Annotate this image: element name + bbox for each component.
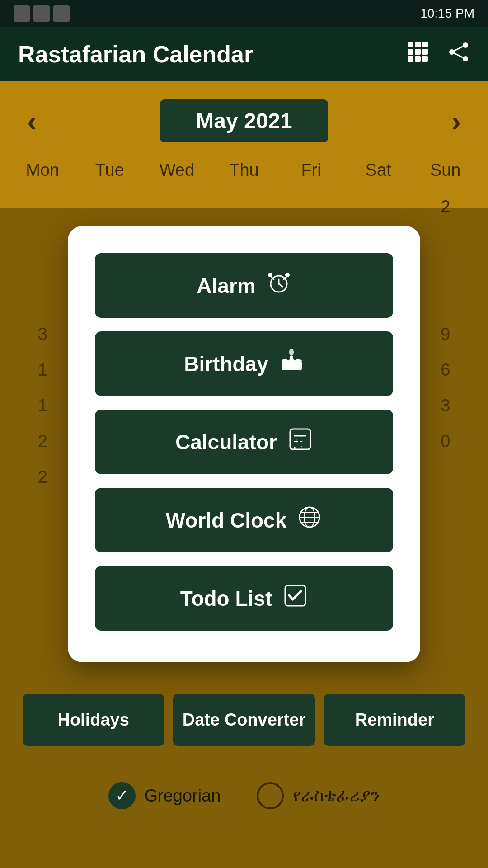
svg-point-20 — [285, 273, 290, 277]
svg-rect-0 — [408, 42, 413, 47]
next-month-button[interactable]: › — [451, 107, 461, 136]
gregorian-selector[interactable]: ✓ Gregorian — [108, 782, 221, 809]
day-headers: Mon Tue Wed Thu Fri Sat Sun — [0, 156, 488, 184]
svg-rect-3 — [408, 49, 413, 55]
svg-point-19 — [268, 273, 272, 277]
signal-icon — [14, 5, 30, 22]
rastafarian-label: የራስቴፊሪያን — [293, 786, 380, 806]
calendar-row-5: 2 0 — [0, 424, 488, 459]
status-time: 10:15 PM — [420, 6, 474, 21]
todo-list-label: Todo List — [180, 586, 272, 611]
rastafarian-selector[interactable]: የራስቴፊሪያን — [257, 782, 380, 809]
day-mon: Mon — [9, 156, 76, 184]
svg-rect-2 — [422, 42, 428, 47]
day-wed: Wed — [143, 156, 211, 184]
calendar-background: ‹ May 2021 › Mon Tue Wed Thu Fri Sat Sun… — [0, 81, 488, 868]
svg-rect-6 — [408, 56, 413, 62]
prev-month-button[interactable]: ‹ — [27, 107, 37, 136]
rastafarian-radio[interactable] — [257, 782, 284, 809]
grid-icon[interactable] — [407, 41, 429, 68]
svg-rect-4 — [415, 49, 421, 55]
status-bar: 10:15 PM — [0, 0, 488, 27]
globe-icon — [297, 505, 322, 535]
app-bar: Rastafarian Calendar — [0, 27, 488, 81]
calendar-row-6: 2 — [0, 459, 488, 495]
check-icon: ✓ — [115, 788, 129, 804]
date-converter-tab[interactable]: Date Converter — [173, 694, 314, 746]
todo-list-button[interactable]: Todo List — [95, 566, 393, 631]
svg-line-16 — [279, 284, 282, 287]
month-year-display[interactable]: May 2021 — [160, 99, 328, 142]
calendar-type-selectors: ✓ Gregorian የራስቴፊሪያን — [0, 782, 488, 809]
calendar-row-3: 1 6 — [0, 352, 488, 388]
modal-overlay: Alarm Birthday — [0, 208, 488, 868]
gregorian-label: Gregorian — [145, 786, 221, 806]
bottom-tabs: Holidays Date Converter Reminder — [0, 694, 488, 746]
day-tue: Tue — [76, 156, 144, 184]
day-sun: Sun — [412, 156, 479, 184]
app-bar-icons — [407, 41, 470, 68]
svg-rect-7 — [415, 56, 421, 62]
day-fri: Fri — [277, 156, 345, 184]
world-clock-label: World Clock — [166, 508, 287, 533]
battery-icon — [53, 5, 70, 22]
month-navigation: ‹ May 2021 › — [0, 81, 488, 156]
wifi-icon — [33, 5, 50, 22]
todo-icon — [283, 583, 308, 613]
svg-rect-5 — [422, 49, 428, 55]
alarm-label: Alarm — [197, 274, 255, 298]
svg-line-13 — [452, 52, 465, 59]
svg-line-12 — [452, 45, 465, 52]
alarm-button[interactable]: Alarm — [95, 253, 393, 318]
reminder-tab[interactable]: Reminder — [324, 694, 465, 746]
holidays-tab[interactable]: Holidays — [23, 694, 164, 746]
svg-rect-8 — [422, 56, 428, 62]
gregorian-radio[interactable]: ✓ — [108, 782, 136, 809]
day-sat: Sat — [345, 156, 412, 184]
status-icons — [14, 5, 70, 22]
world-clock-button[interactable]: World Clock — [95, 488, 393, 552]
alarm-icon — [267, 270, 291, 301]
share-icon[interactable] — [447, 41, 470, 68]
svg-rect-1 — [415, 42, 421, 47]
day-thu: Thu — [211, 156, 278, 184]
calendar-row-2: 3 9 — [0, 316, 488, 352]
app-title: Rastafarian Calendar — [18, 41, 253, 68]
calendar-row-4: 1 3 — [0, 388, 488, 424]
